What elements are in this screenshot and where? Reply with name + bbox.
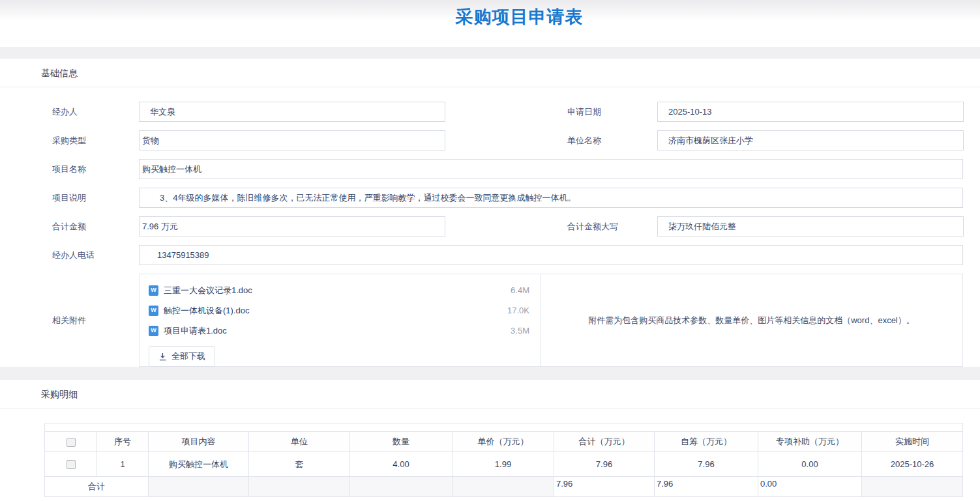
word-doc-icon: W: [149, 306, 158, 316]
form-row-amount: 合计金额 7.96 万元 合计金额大写 柒万玖仟陆佰元整: [0, 216, 980, 236]
download-icon: [158, 352, 167, 361]
attachment-file-list: W 三重一大会议记录1.doc 6.4M W 触控一体机设备(1).doc 17…: [140, 274, 541, 366]
unit-name-input[interactable]: 济南市槐荫区张庄小学: [657, 130, 964, 150]
section-separator: [0, 47, 980, 59]
col-header-qty: 数量: [350, 432, 453, 452]
total-amount-input[interactable]: 7.96 万元: [139, 216, 445, 236]
summary-empty-cell: [862, 477, 963, 497]
project-desc-label: 项目说明: [0, 192, 139, 204]
word-doc-icon: W: [149, 326, 158, 336]
file-name[interactable]: 项目申请表1.doc: [164, 325, 227, 337]
unit-name-label: 单位名称: [567, 135, 657, 147]
agent-phone-input[interactable]: 13475915389: [139, 245, 963, 265]
total-amount-label: 合计金额: [0, 221, 139, 233]
apply-date-label: 申请日期: [567, 106, 657, 118]
summary-subsidy: 0.00: [758, 477, 862, 497]
purchase-type-label: 采购类型: [0, 135, 139, 147]
apply-date-input[interactable]: 2025-10-13: [657, 102, 964, 122]
cell-qty: 4.00: [350, 452, 453, 477]
purchase-detail-section: 采购明细 序号 项目内容 单位 数量 单价（万元） 合计（万元） 自筹（万元）: [0, 380, 980, 497]
project-desc-input[interactable]: 3、4年级的多媒体，陈旧维修多次，已无法正常使用，严重影响教学，通过校委会一致同…: [139, 188, 963, 208]
cell-self-raised: 7.96: [655, 452, 758, 477]
attachments-note: 附件需为包含购买商品技术参数、数量单价、图片等相关信息的文档（word、exce…: [541, 274, 962, 366]
select-all-cell: [45, 432, 97, 452]
agent-input[interactable]: 华文泉: [139, 102, 445, 122]
attachments-label: 相关附件: [0, 315, 139, 326]
file-size: 17.0K: [507, 306, 529, 315]
cell-total: 7.96: [554, 452, 655, 477]
select-all-checkbox[interactable]: [67, 438, 76, 447]
table-summary-row: 合计 7.96 7.96 0.00: [45, 477, 963, 497]
download-all-button[interactable]: 全部下载: [149, 346, 215, 367]
form-row-type-unit: 采购类型 货物 单位名称 济南市槐荫区张庄小学: [0, 130, 980, 150]
basic-info-section: 基础信息 经办人 华文泉 申请日期 2025-10-13 采购类型 货物 单位名…: [0, 59, 980, 367]
agent-label: 经办人: [0, 106, 139, 118]
word-doc-icon: W: [149, 285, 158, 296]
project-name-input[interactable]: 购买触控一体机: [139, 159, 963, 179]
summary-empty-cell: [149, 477, 249, 497]
cell-impl-date: 2025-10-26: [862, 452, 963, 477]
section-separator: [0, 367, 980, 380]
file-size: 3.5M: [511, 326, 529, 336]
file-item[interactable]: W 触控一体机设备(1).doc 17.0K: [149, 300, 531, 321]
file-item[interactable]: W 三重一大会议记录1.doc 6.4M: [149, 280, 531, 300]
form-row-agent-date: 经办人 华文泉 申请日期 2025-10-13: [0, 102, 980, 122]
cell-subsidy: 0.00: [758, 452, 862, 477]
summary-total: 7.96: [554, 477, 655, 497]
cell-price: 1.99: [453, 452, 554, 477]
form-row-phone: 经办人电话 13475915389: [0, 245, 980, 265]
summary-empty-cell: [249, 477, 350, 497]
total-amount-caps-input[interactable]: 柒万玖仟陆佰元整: [657, 216, 964, 236]
table-toolbar-row: [45, 423, 963, 432]
attachments-box: W 三重一大会议记录1.doc 6.4M W 触控一体机设备(1).doc 17…: [139, 274, 963, 367]
col-header-content: 项目内容: [149, 432, 249, 452]
form-row-attachments: 相关附件 W 三重一大会议记录1.doc 6.4M W 触控一体机设备(1).d…: [0, 274, 980, 367]
file-name[interactable]: 三重一大会议记录1.doc: [164, 285, 252, 296]
cell-unit: 套: [249, 452, 350, 477]
form-row-project-desc: 项目说明 3、4年级的多媒体，陈旧维修多次，已无法正常使用，严重影响教学，通过校…: [0, 188, 980, 208]
download-all-label: 全部下载: [171, 351, 205, 362]
summary-self-raised: 7.96: [655, 477, 758, 497]
page-title: 采购项目申请表: [456, 5, 584, 29]
total-amount-caps-label: 合计金额大写: [567, 221, 657, 233]
file-size: 6.4M: [511, 285, 529, 295]
file-item[interactable]: W 项目申请表1.doc 3.5M: [149, 321, 531, 341]
purchase-detail-table: 序号 项目内容 单位 数量 单价（万元） 合计（万元） 自筹（万元） 专项补助（…: [44, 423, 963, 497]
col-header-unit: 单位: [249, 432, 350, 452]
form-row-project-name: 项目名称 购买触控一体机: [0, 159, 980, 179]
agent-phone-label: 经办人电话: [0, 250, 139, 261]
cell-seq: 1: [97, 452, 149, 477]
summary-label: 合计: [45, 477, 149, 497]
row-checkbox[interactable]: [67, 460, 76, 469]
summary-empty-cell: [350, 477, 453, 497]
table-header-row: 序号 项目内容 单位 数量 单价（万元） 合计（万元） 自筹（万元） 专项补助（…: [45, 432, 963, 452]
page-header: 采购项目申请表: [0, 0, 980, 47]
col-header-price: 单价（万元）: [453, 432, 554, 452]
col-header-seq: 序号: [97, 432, 149, 452]
col-header-total: 合计（万元）: [554, 432, 655, 452]
row-select-cell: [45, 452, 97, 477]
project-name-label: 项目名称: [0, 164, 139, 175]
table-row: 1 购买触控一体机 套 4.00 1.99 7.96 7.96 0.00 202…: [45, 452, 963, 477]
purchase-type-input[interactable]: 货物: [139, 130, 445, 150]
col-header-subsidy: 专项补助（万元）: [758, 432, 862, 452]
col-header-impl-date: 实施时间: [862, 432, 963, 452]
file-name[interactable]: 触控一体机设备(1).doc: [164, 305, 249, 317]
purchase-detail-heading: 采购明细: [0, 380, 980, 408]
basic-info-heading: 基础信息: [0, 59, 980, 87]
col-header-self-raised: 自筹（万元）: [655, 432, 758, 452]
cell-content: 购买触控一体机: [149, 452, 249, 477]
summary-empty-cell: [453, 477, 554, 497]
